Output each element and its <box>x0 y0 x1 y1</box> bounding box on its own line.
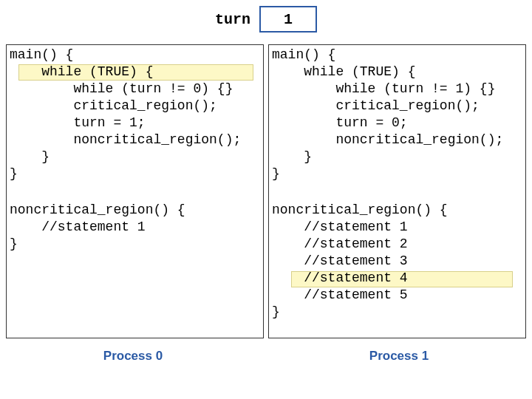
p0-main-l0: main() { <box>10 47 73 62</box>
p0-main-l4: turn = 1; <box>10 115 146 130</box>
turn-label: turn <box>215 11 250 28</box>
p1-main-l2: while (turn != 1) {} <box>272 81 495 96</box>
turn-header: turn 1 <box>0 6 532 33</box>
p1-main-l5: noncritical_region(); <box>272 132 503 147</box>
p0-main-l1: while (TRUE) { <box>10 64 153 79</box>
process-0-panel: main() { while (TRUE) { while (turn != 0… <box>6 44 264 338</box>
p1-main-l1: while (TRUE) { <box>272 64 415 79</box>
p0-main-l7: } <box>10 166 18 181</box>
turn-value-box: 1 <box>259 6 317 33</box>
process-0-ncr-code: noncritical_region() { //statement 1 } <box>10 202 185 253</box>
process-1-label: Process 1 <box>266 349 532 364</box>
p0-ncr-l0: noncritical_region() { <box>10 202 185 217</box>
p1-main-l6: } <box>272 149 312 164</box>
p0-ncr-l2: } <box>10 236 18 251</box>
p1-ncr-l1: //statement 1 <box>272 219 408 234</box>
p1-main-l0: main() { <box>272 47 335 62</box>
p0-ncr-l1: //statement 1 <box>10 219 146 234</box>
code-panels: main() { while (TRUE) { while (turn != 0… <box>6 44 526 338</box>
p1-ncr-l4: //statement 4 <box>272 270 408 285</box>
process-0-label: Process 0 <box>0 349 266 364</box>
p0-main-l6: } <box>10 149 50 164</box>
p1-ncr-l5: //statement 5 <box>272 287 408 302</box>
process-labels-row: Process 0 Process 1 <box>0 349 532 364</box>
process-0-main-code: main() { while (TRUE) { while (turn != 0… <box>10 47 241 183</box>
p0-main-l3: critical_region(); <box>10 98 217 113</box>
p1-main-l3: critical_region(); <box>272 98 480 113</box>
p1-ncr-l2: //statement 2 <box>272 236 408 251</box>
p1-main-l7: } <box>272 166 280 181</box>
process-1-ncr-code: noncritical_region() { //statement 1 //s… <box>272 202 448 321</box>
p1-ncr-l3: //statement 3 <box>272 253 408 268</box>
process-1-panel: main() { while (TRUE) { while (turn != 1… <box>268 44 526 338</box>
process-1-main-code: main() { while (TRUE) { while (turn != 1… <box>272 47 503 183</box>
p1-main-l4: turn = 0; <box>272 115 408 130</box>
p1-ncr-l0: noncritical_region() { <box>272 202 448 217</box>
p1-ncr-l6: } <box>272 304 280 319</box>
p0-main-l2: while (turn != 0) {} <box>10 81 233 96</box>
p0-main-l5: noncritical_region(); <box>10 132 241 147</box>
